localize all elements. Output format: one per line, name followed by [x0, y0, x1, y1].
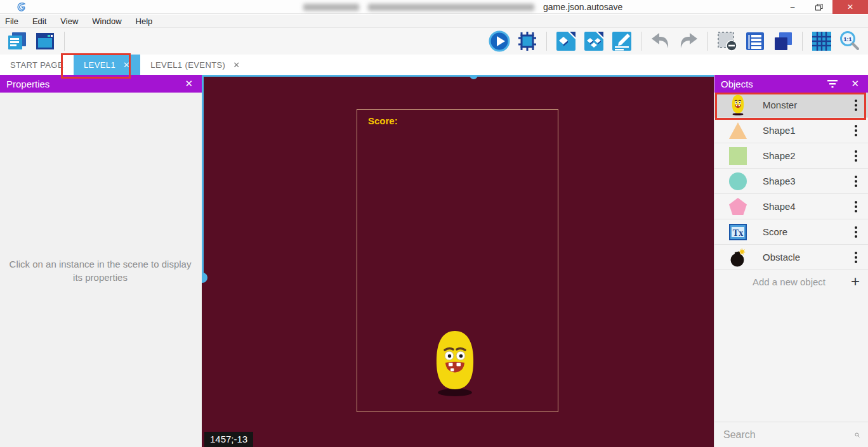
gdevelop-logo-icon — [16, 2, 27, 12]
debug-icon[interactable] — [515, 30, 539, 53]
close-icon[interactable]: ✕ — [848, 78, 862, 89]
objects-panel-header: Objects ✕ — [714, 75, 868, 93]
grid-icon[interactable] — [810, 30, 834, 53]
tab-label: START PAGE — [10, 60, 63, 70]
toolbar: 1:1 — [0, 28, 868, 55]
tab-close-icon[interactable]: ✕ — [123, 60, 130, 70]
properties-panel-title: Properties — [6, 79, 182, 89]
toolbar-separator — [546, 32, 547, 51]
title-bar: game.json.autosave – ✕ — [0, 0, 868, 14]
cursor-coordinates-badge: 1457;-13 — [204, 432, 253, 447]
menu-help[interactable]: Help — [136, 16, 153, 26]
plus-icon[interactable]: + — [851, 273, 860, 290]
mask-icon[interactable] — [715, 30, 739, 53]
square-thumbnail — [727, 145, 749, 167]
tab-close-icon[interactable]: ✕ — [233, 60, 240, 70]
triangle-thumbnail — [727, 120, 749, 141]
tab-label: LEVEL1 — [84, 60, 115, 70]
redo-icon[interactable] — [676, 30, 700, 53]
play-icon[interactable] — [487, 30, 511, 53]
resize-handle-left[interactable] — [202, 273, 207, 283]
tab-bar: START PAGE LEVEL1 ✕ LEVEL1 (EVENTS) ✕ — [0, 55, 868, 75]
menu-bar: File Edit View Window Help — [0, 15, 868, 28]
objects-panel: Objects ✕ Monster Shape1 Shape2 — [714, 75, 868, 447]
object-label: Shape2 — [749, 150, 848, 161]
objects-panel-title: Objects — [721, 79, 827, 89]
redacted-path-segment — [368, 4, 534, 11]
menu-edit[interactable]: Edit — [32, 16, 46, 26]
bomb-thumbnail — [727, 247, 749, 268]
tab-level1-events[interactable]: LEVEL1 (EVENTS) ✕ — [140, 55, 250, 75]
toolbar-separator — [707, 32, 708, 51]
undo-icon[interactable] — [648, 30, 673, 53]
svg-text:1:1: 1:1 — [843, 36, 852, 42]
add-object-row[interactable]: Add a new object + — [714, 270, 868, 293]
monster-instance[interactable] — [432, 330, 478, 398]
close-icon[interactable]: ✕ — [182, 78, 195, 89]
resize-handle-top[interactable] — [470, 75, 478, 79]
objects-search — [714, 422, 868, 447]
text-object-thumbnail: Tx — [727, 221, 749, 243]
properties-panel-header: Properties ✕ — [0, 75, 202, 93]
svg-text:Tx: Tx — [733, 228, 743, 238]
tab-label: LEVEL1 (EVENTS) — [150, 60, 225, 70]
scene-editor-icon[interactable] — [33, 30, 57, 53]
restore-icon — [815, 4, 823, 11]
object-label: Shape3 — [749, 176, 848, 186]
object-row-shape2[interactable]: Shape2 — [714, 143, 868, 169]
circle-thumbnail — [727, 171, 749, 192]
scene-properties-icon[interactable] — [610, 30, 634, 53]
layers-list-icon[interactable] — [743, 30, 767, 53]
object-menu-button[interactable] — [848, 96, 864, 115]
restore-button[interactable] — [806, 0, 832, 14]
project-manager-icon[interactable] — [5, 30, 29, 53]
zoom-original-icon[interactable]: 1:1 — [838, 30, 862, 53]
object-label: Score — [749, 226, 848, 237]
object-menu-button[interactable] — [848, 248, 864, 267]
object-menu-button[interactable] — [848, 146, 864, 165]
close-button[interactable]: ✕ — [832, 0, 868, 14]
object-menu-button[interactable] — [848, 172, 864, 191]
object-row-monster[interactable]: Monster — [714, 93, 868, 118]
add-object-label: Add a new object — [727, 276, 851, 287]
object-menu-button[interactable] — [848, 223, 864, 242]
properties-panel: Properties ✕ Click on an instance in the… — [0, 75, 202, 447]
object-label: Shape1 — [749, 125, 848, 136]
properties-hint-text: Click on an instance in the scene to dis… — [6, 257, 194, 284]
menu-file[interactable]: File — [5, 16, 18, 26]
menu-view[interactable]: View — [60, 16, 78, 26]
object-menu-button[interactable] — [848, 121, 864, 140]
layers-stack-icon[interactable] — [771, 30, 795, 53]
score-text-object[interactable]: Score: — [368, 115, 398, 126]
object-row-shape4[interactable]: Shape4 — [714, 194, 868, 219]
tab-level1[interactable]: LEVEL1 ✕ — [74, 55, 140, 75]
minimize-button[interactable]: – — [779, 0, 806, 14]
object-row-shape3[interactable]: Shape3 — [714, 169, 868, 194]
object-label: Obstacle — [749, 252, 848, 262]
object-row-obstacle[interactable]: Obstacle — [714, 245, 868, 270]
object-menu-button[interactable] — [848, 197, 864, 216]
object-row-score[interactable]: Tx Score — [714, 219, 868, 245]
window-title-text: game.json.autosave — [543, 2, 622, 12]
toolbar-separator — [802, 32, 803, 51]
search-input[interactable] — [723, 429, 855, 441]
object-label: Shape4 — [749, 201, 848, 212]
object-label: Monster — [749, 100, 848, 110]
toolbar-separator — [64, 32, 65, 51]
filter-icon[interactable] — [827, 79, 838, 89]
pentagon-thumbnail — [727, 196, 749, 217]
toolbar-separator — [641, 32, 641, 51]
monster-thumbnail — [727, 94, 749, 116]
menu-window[interactable]: Window — [92, 16, 121, 26]
scene-canvas[interactable]: Score: 1457;-13 — [202, 75, 714, 447]
window-title: game.json.autosave — [303, 2, 622, 12]
redacted-title-segment — [303, 4, 359, 11]
objects-panel-icon[interactable] — [554, 30, 578, 53]
tab-start-page[interactable]: START PAGE — [0, 55, 74, 75]
objects-list: Monster Shape1 Shape2 Shape3 — [714, 93, 868, 293]
object-row-shape1[interactable]: Shape1 — [714, 118, 868, 143]
search-icon[interactable] — [855, 429, 860, 441]
selection-top-edge — [202, 75, 714, 77]
instances-panel-icon[interactable] — [582, 30, 606, 53]
selection-left-edge — [202, 75, 204, 278]
